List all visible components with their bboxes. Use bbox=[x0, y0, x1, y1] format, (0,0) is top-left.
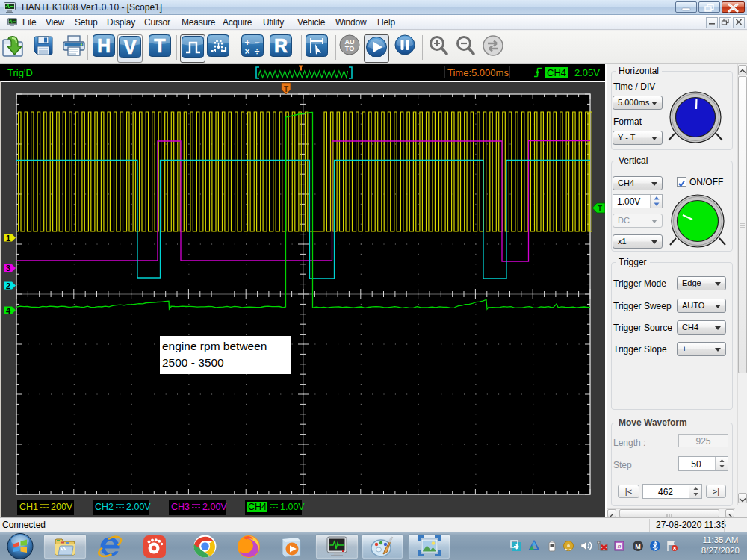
svg-text:4: 4 bbox=[6, 306, 11, 315]
svg-text:×: × bbox=[244, 46, 249, 57]
svg-text:T: T bbox=[154, 35, 165, 56]
svg-text:n: n bbox=[618, 543, 622, 550]
svg-text:2: 2 bbox=[6, 281, 10, 290]
svg-text:1: 1 bbox=[6, 234, 10, 243]
svg-text:R: R bbox=[274, 35, 288, 56]
svg-text:÷: ÷ bbox=[255, 46, 260, 57]
svg-text:H: H bbox=[97, 35, 111, 56]
svg-text:TO: TO bbox=[345, 45, 354, 52]
svg-text:AU: AU bbox=[345, 38, 355, 46]
svg-text:V: V bbox=[124, 37, 137, 57]
svg-text:T: T bbox=[598, 205, 602, 213]
svg-text:3: 3 bbox=[6, 264, 10, 273]
svg-text:T: T bbox=[284, 85, 288, 93]
svg-text:M: M bbox=[635, 543, 641, 550]
